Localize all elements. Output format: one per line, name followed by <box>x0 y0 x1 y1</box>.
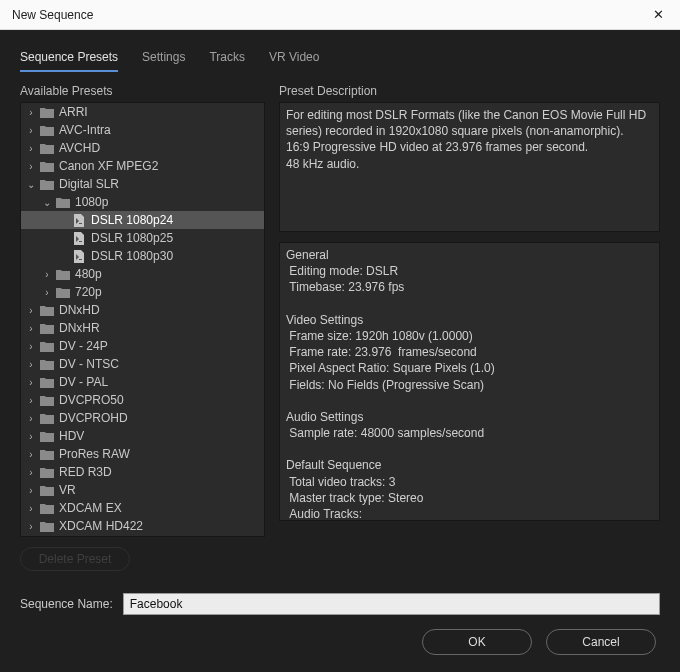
tree-item-label: XDCAM HD422 <box>55 519 143 533</box>
tree-item-label: DNxHR <box>55 321 100 335</box>
tree-item-label: DSLR 1080p24 <box>87 213 173 227</box>
tree-item-label: DNxHD <box>55 303 100 317</box>
preset-folder[interactable]: ›XDCAM HD422 <box>21 517 264 535</box>
chevron-right-icon[interactable]: › <box>23 305 39 316</box>
chevron-down-icon[interactable]: ⌄ <box>39 197 55 208</box>
preset-folder[interactable]: ⌄1080p <box>21 193 264 211</box>
preset-folder[interactable]: ›DNxHD <box>21 301 264 319</box>
preset-folder[interactable]: ›DVCPRO50 <box>21 391 264 409</box>
sequence-name-input[interactable] <box>123 593 660 615</box>
chevron-right-icon[interactable]: › <box>39 269 55 280</box>
tree-item-label: 1080p <box>71 195 108 209</box>
folder-icon <box>55 267 71 281</box>
ok-button[interactable]: OK <box>422 629 532 655</box>
chevron-right-icon[interactable]: › <box>23 161 39 172</box>
file-icon <box>71 213 87 227</box>
tabs: Sequence Presets Settings Tracks VR Vide… <box>0 30 680 72</box>
preset-folder[interactable]: ›RED R3D <box>21 463 264 481</box>
tab-settings[interactable]: Settings <box>142 50 185 72</box>
available-presets-label: Available Presets <box>20 84 265 102</box>
tree-item-label: RED R3D <box>55 465 112 479</box>
cancel-button[interactable]: Cancel <box>546 629 656 655</box>
tree-item-label: XDCAM EX <box>55 501 122 515</box>
folder-icon <box>39 303 55 317</box>
chevron-right-icon[interactable]: › <box>23 449 39 460</box>
folder-icon <box>55 195 71 209</box>
file-icon <box>71 231 87 245</box>
folder-icon <box>39 483 55 497</box>
preset-folder[interactable]: ›DV - NTSC <box>21 355 264 373</box>
chevron-right-icon[interactable]: › <box>23 125 39 136</box>
folder-icon <box>39 357 55 371</box>
chevron-right-icon[interactable]: › <box>23 323 39 334</box>
folder-icon <box>39 141 55 155</box>
tree-item-label: DSLR 1080p25 <box>87 231 173 245</box>
folder-icon <box>39 321 55 335</box>
chevron-right-icon[interactable]: › <box>23 395 39 406</box>
chevron-right-icon[interactable]: › <box>23 359 39 370</box>
folder-icon <box>39 339 55 353</box>
file-icon <box>71 249 87 263</box>
preset-folder[interactable]: ›VR <box>21 481 264 499</box>
preset-folder[interactable]: ›AVC-Intra <box>21 121 264 139</box>
chevron-right-icon[interactable]: › <box>23 521 39 532</box>
chevron-right-icon[interactable]: › <box>23 107 39 118</box>
tree-item-label: Digital SLR <box>55 177 119 191</box>
tree-item-label: DVCPRO50 <box>55 393 124 407</box>
chevron-right-icon[interactable]: › <box>23 485 39 496</box>
folder-icon <box>39 465 55 479</box>
folder-icon <box>39 105 55 119</box>
preset-folder[interactable]: ›HDV <box>21 427 264 445</box>
preset-details-box[interactable]: General Editing mode: DSLR Timebase: 23.… <box>279 242 660 521</box>
preset-item[interactable]: DSLR 1080p24 <box>21 211 264 229</box>
delete-preset-button: Delete Preset <box>20 547 130 571</box>
chevron-right-icon[interactable]: › <box>23 341 39 352</box>
preset-item[interactable]: DSLR 1080p25 <box>21 229 264 247</box>
preset-folder[interactable]: ›720p <box>21 283 264 301</box>
preset-folder[interactable]: ›XDCAM EX <box>21 499 264 517</box>
folder-icon <box>39 159 55 173</box>
preset-folder[interactable]: ›DVCPROHD <box>21 409 264 427</box>
chevron-right-icon[interactable]: › <box>23 503 39 514</box>
chevron-right-icon[interactable]: › <box>23 143 39 154</box>
tab-tracks[interactable]: Tracks <box>209 50 245 72</box>
tree-item-label: Canon XF MPEG2 <box>55 159 158 173</box>
tree-item-label: HDV <box>55 429 84 443</box>
preset-folder[interactable]: ›DV - PAL <box>21 373 264 391</box>
folder-icon <box>39 123 55 137</box>
preset-folder[interactable]: ›DNxHR <box>21 319 264 337</box>
preset-folder[interactable]: ›DV - 24P <box>21 337 264 355</box>
tab-sequence-presets[interactable]: Sequence Presets <box>20 50 118 72</box>
preset-tree[interactable]: ›ARRI›AVC-Intra›AVCHD›Canon XF MPEG2⌄Dig… <box>20 102 265 537</box>
chevron-down-icon[interactable]: ⌄ <box>23 179 39 190</box>
tree-item-label: ProRes RAW <box>55 447 130 461</box>
chevron-right-icon[interactable]: › <box>23 467 39 478</box>
tab-vr-video[interactable]: VR Video <box>269 50 319 72</box>
chevron-right-icon[interactable]: › <box>23 377 39 388</box>
window-title: New Sequence <box>12 8 93 22</box>
tree-item-label: DVCPROHD <box>55 411 128 425</box>
folder-icon <box>39 393 55 407</box>
chevron-right-icon[interactable]: › <box>39 287 55 298</box>
tree-item-label: 480p <box>71 267 102 281</box>
tree-item-label: ARRI <box>55 105 88 119</box>
folder-icon <box>39 501 55 515</box>
preset-description-label: Preset Description <box>279 84 660 102</box>
preset-folder[interactable]: ›Canon XF MPEG2 <box>21 157 264 175</box>
tree-item-label: AVC-Intra <box>55 123 111 137</box>
preset-item[interactable]: DSLR 1080p30 <box>21 247 264 265</box>
preset-folder[interactable]: ⌄Digital SLR <box>21 175 264 193</box>
preset-folder[interactable]: ›480p <box>21 265 264 283</box>
folder-icon <box>39 177 55 191</box>
folder-icon <box>39 519 55 533</box>
preset-folder[interactable]: ›ProRes RAW <box>21 445 264 463</box>
folder-icon <box>39 375 55 389</box>
chevron-right-icon[interactable]: › <box>23 413 39 424</box>
preset-folder[interactable]: ›ARRI <box>21 103 264 121</box>
tree-item-label: DV - NTSC <box>55 357 119 371</box>
tree-item-label: AVCHD <box>55 141 100 155</box>
chevron-right-icon[interactable]: › <box>23 431 39 442</box>
preset-description-box[interactable]: For editing most DSLR Formats (like the … <box>279 102 660 232</box>
close-icon[interactable]: ✕ <box>645 3 672 26</box>
preset-folder[interactable]: ›AVCHD <box>21 139 264 157</box>
